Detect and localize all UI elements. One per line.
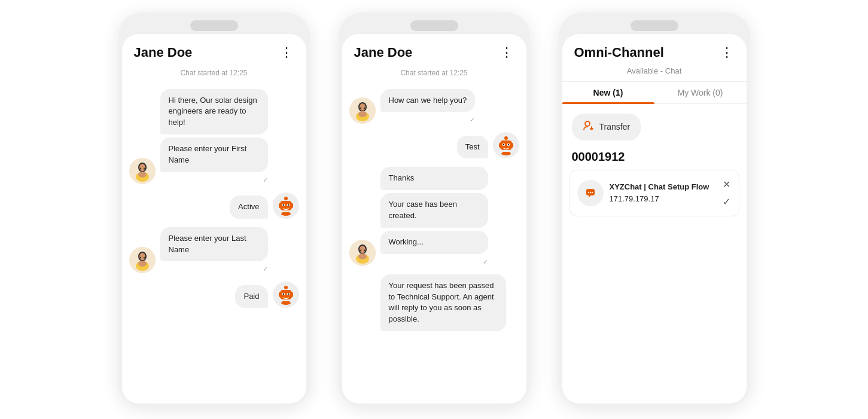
p2-chat-bubble: How can we help you? — [380, 89, 476, 112]
p2-human-svg — [349, 97, 376, 124]
bubble-group-right: Active — [230, 195, 267, 219]
transfer-button[interactable]: Transfer — [572, 114, 641, 140]
avatar-bot-2 — [273, 282, 299, 308]
phone-1-menu-icon[interactable]: ⋮ — [280, 45, 294, 60]
svg-point-18 — [287, 204, 288, 206]
avatar-human-2 — [129, 247, 156, 273]
human-avatar-svg-2 — [129, 247, 156, 273]
phone-3-notch — [559, 17, 750, 34]
svg-rect-49 — [499, 143, 501, 148]
svg-point-17 — [282, 204, 284, 206]
p2-msg-row-1: How can we help you? ✓ — [349, 89, 519, 124]
chat-bubble: Please enter your First Name — [160, 137, 268, 172]
svg-point-63 — [360, 249, 361, 251]
svg-point-37 — [287, 293, 288, 295]
tabs-row: New (1) My Work (0) — [562, 82, 747, 104]
phones-container: Jane Doe ⋮ Chat started at 12:25 — [118, 13, 750, 407]
p2-chat-bubble-3b: Your case has been created. — [380, 193, 488, 228]
msg-row-right-2: Paid — [129, 282, 299, 308]
p2-msg-row-3: Thanks Your case has been created. Worki… — [349, 167, 519, 265]
p2-bubble-group-1: How can we help you? ✓ — [380, 89, 476, 124]
p2-msg-row-2: Test — [349, 132, 519, 158]
bot-avatar-svg-2 — [273, 282, 299, 308]
phone-2-notch-inner — [410, 20, 458, 31]
svg-rect-52 — [502, 152, 510, 154]
phone-2-menu-icon[interactable]: ⋮ — [500, 45, 514, 60]
svg-point-47 — [504, 136, 508, 140]
card-actions: ✕ ✓ — [721, 178, 732, 209]
avatar-human — [129, 158, 156, 184]
card-dismiss-button[interactable]: ✕ — [721, 178, 732, 191]
avatar-bot — [273, 192, 299, 219]
card-ip: 171.79.179.17 — [610, 193, 715, 205]
phone-2-inner: Jane Doe ⋮ Chat started at 12:25 — [342, 34, 526, 403]
phone-1-chat-started: Chat started at 12:25 — [122, 66, 306, 84]
svg-point-45 — [364, 108, 365, 109]
bubble-group-3: Please enter your Last Name ✓ — [160, 227, 268, 274]
omni-title: Omni-Channel — [574, 45, 664, 60]
svg-point-36 — [282, 293, 284, 295]
chat-bubble-icon — [582, 185, 599, 201]
bubble-group: Hi there, Our solar design engineers are… — [160, 89, 268, 184]
phone-3-notch-inner — [631, 20, 678, 31]
svg-rect-29 — [280, 290, 292, 299]
card-accept-button[interactable]: ✓ — [721, 195, 732, 209]
svg-point-9 — [284, 197, 288, 200]
svg-rect-48 — [500, 140, 512, 150]
check-mark-2: ✓ — [160, 265, 268, 273]
transfer-label: Transfer — [599, 122, 631, 131]
check-mark: ✓ — [160, 176, 268, 184]
phone-1: Jane Doe ⋮ Chat started at 12:25 — [118, 13, 310, 407]
p2-avatar-human-3 — [349, 240, 376, 266]
svg-rect-12 — [291, 203, 293, 208]
phone-1-notch — [118, 17, 310, 34]
phone-2-chat-area: How can we help you? ✓ — [342, 84, 526, 403]
bubble-group-right-2: Paid — [235, 285, 267, 308]
chat-bubble: Hi there, Our solar design engineers are… — [160, 89, 268, 135]
phone-2: Jane Doe ⋮ Chat started at 12:25 — [339, 13, 530, 407]
human-avatar-svg — [129, 158, 156, 184]
svg-point-4 — [138, 172, 147, 178]
msg-row: Please enter your Last Name ✓ — [129, 227, 299, 274]
phone-1-header: Jane Doe ⋮ — [122, 34, 306, 66]
svg-rect-30 — [279, 292, 281, 297]
tab-mywork[interactable]: My Work (0) — [654, 82, 747, 103]
svg-point-28 — [284, 286, 288, 289]
transfer-icon-svg — [583, 120, 595, 131]
svg-point-55 — [502, 144, 504, 145]
phone-1-notch-inner — [190, 20, 238, 31]
case-number: 00001912 — [562, 145, 747, 170]
svg-point-6 — [140, 167, 141, 169]
p2-chat-bubble-3a: Thanks — [380, 167, 488, 190]
p2-msg-row-4: Your request has been passed to Technica… — [349, 274, 519, 331]
p2-human-svg-3 — [349, 240, 376, 266]
svg-point-68 — [589, 191, 590, 192]
omni-header: Omni-Channel ⋮ — [562, 34, 747, 64]
svg-point-69 — [591, 191, 592, 192]
phone-2-title: Jane Doe — [354, 45, 413, 60]
p2-avatar-bot — [493, 132, 519, 158]
chat-bubble-right-2: Paid — [235, 285, 267, 308]
tab-new[interactable]: New (1) — [562, 82, 654, 103]
chat-card: XYZChat | Chat Setup Flow 171.79.179.17 … — [569, 170, 739, 216]
svg-point-67 — [587, 191, 589, 192]
svg-rect-14 — [282, 212, 290, 215]
phone-1-title: Jane Doe — [134, 45, 193, 60]
svg-point-44 — [360, 108, 361, 109]
phone-2-chat-started: Chat started at 12:25 — [342, 66, 526, 84]
p2-bubble-group-2: Test — [457, 136, 488, 159]
svg-rect-31 — [291, 292, 293, 297]
phone-2-notch — [339, 17, 530, 34]
svg-rect-33 — [282, 301, 290, 304]
msg-row: Hi there, Our solar design engineers are… — [129, 89, 299, 184]
svg-point-61 — [358, 253, 367, 259]
card-title: XYZChat | Chat Setup Flow — [610, 181, 715, 193]
p2-bubble-group-3: Thanks Your case has been created. Worki… — [380, 167, 488, 265]
svg-point-65 — [585, 121, 590, 126]
p2-check-3: ✓ — [380, 258, 488, 266]
svg-rect-50 — [511, 143, 513, 148]
phone-3-inner: Omni-Channel ⋮ Available - Chat New (1) … — [562, 34, 747, 403]
phone-3-menu-icon[interactable]: ⋮ — [720, 45, 735, 60]
p2-bubble-group-4: Your request has been passed to Technica… — [380, 274, 506, 331]
p2-chat-bubble-4: Your request has been passed to Technica… — [380, 274, 506, 331]
